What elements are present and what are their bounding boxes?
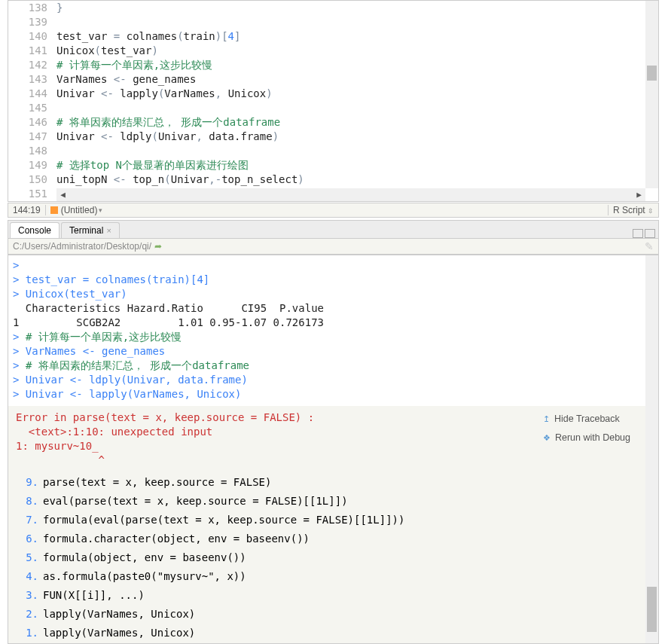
code-line[interactable]: test_var = colnames(train)[4] xyxy=(56,29,645,44)
line-number: 143 xyxy=(8,72,47,87)
maximize-pane-icon[interactable] xyxy=(645,229,655,238)
code-line[interactable]: # 计算每一个单因素,这步比较慢 xyxy=(56,58,645,72)
chevron-down-icon[interactable]: ▾ xyxy=(99,206,102,214)
file-type-icon xyxy=(50,206,58,214)
scroll-right-icon[interactable]: ▶ xyxy=(633,188,645,201)
vscroll-thumb[interactable] xyxy=(647,66,657,81)
console-output[interactable]: >> test_var = colnames(train)[4]> Unicox… xyxy=(8,255,645,643)
console-pane: >> test_var = colnames(train)[4]> Unicox… xyxy=(8,255,659,644)
vscroll-thumb[interactable] xyxy=(647,587,657,632)
console-line: > Univar <- lapply(VarNames, Unicox) xyxy=(13,387,641,401)
editor-vertical-scrollbar[interactable] xyxy=(645,1,658,188)
line-number: 142 xyxy=(8,58,47,72)
language-selector[interactable]: R Script ⇳ xyxy=(608,205,658,215)
console-line: > xyxy=(13,258,641,273)
traceback-frame[interactable]: 6.formula.character(object, env = baseen… xyxy=(16,532,638,551)
line-number: 144 xyxy=(8,87,47,101)
line-number: 138 xyxy=(8,1,47,15)
tab-terminal-label: Terminal xyxy=(69,225,103,236)
line-gutter: 1381391401411421431441451461471481491501… xyxy=(8,1,53,201)
line-number: 141 xyxy=(8,44,47,58)
working-directory-bar: C:/Users/Administrator/Desktop/qi/ ➦ ✎ xyxy=(8,238,659,255)
tab-console-label: Console xyxy=(18,225,51,236)
code-line[interactable] xyxy=(56,101,645,115)
line-number: 140 xyxy=(8,29,47,44)
line-number: 139 xyxy=(8,15,47,29)
line-number: 148 xyxy=(8,144,47,158)
code-line[interactable]: } xyxy=(56,1,645,15)
code-line[interactable]: Univar <- ldply(Univar, data.frame) xyxy=(56,130,645,144)
working-directory-path[interactable]: C:/Users/Administrator/Desktop/qi/ xyxy=(13,241,151,252)
hide-traceback-button[interactable]: ↥Hide Traceback xyxy=(543,412,630,426)
code-line[interactable] xyxy=(56,144,645,158)
line-number: 147 xyxy=(8,130,47,144)
hscroll-track[interactable] xyxy=(69,188,633,201)
code-line[interactable]: uni_topN <- top_n(Univar,-top_n_select) xyxy=(56,172,645,187)
console-line: Characteristics Hazard.Ratio CI95 P.valu… xyxy=(13,301,641,316)
minimize-pane-icon[interactable] xyxy=(633,229,643,238)
editor-horizontal-scrollbar[interactable]: ◀ ▶ xyxy=(56,188,645,201)
traceback-frame[interactable]: 2.lapply(VarNames, Unicox) xyxy=(16,607,638,626)
console-line: > Unicox(test_var) xyxy=(13,287,641,301)
editor-status-bar: 144:19 (Untitled) ▾ R Script ⇳ xyxy=(8,203,659,218)
console-vertical-scrollbar[interactable] xyxy=(645,255,658,643)
pane-window-controls xyxy=(633,229,658,238)
traceback-frame[interactable]: 5.formula(object, env = baseenv()) xyxy=(16,551,638,569)
code-line[interactable]: # 选择top N个最显著的单因素进行绘图 xyxy=(56,158,645,172)
rerun-with-debug-button[interactable]: ❖Rerun with Debug xyxy=(543,431,630,445)
traceback-frame[interactable]: 1.lapply(VarNames, Unicox) xyxy=(16,626,638,643)
go-to-directory-icon[interactable]: ➦ xyxy=(154,241,162,252)
cursor-position: 144:19 xyxy=(8,205,46,215)
code-line[interactable] xyxy=(56,15,645,29)
console-line: 1 SCGB2A2 1.01 0.95-1.07 0.726173 xyxy=(13,316,641,330)
close-icon[interactable]: × xyxy=(106,226,111,235)
console-line: > VarNames <- gene_names xyxy=(13,344,641,359)
tab-console[interactable]: Console xyxy=(10,222,59,238)
console-line: > # 将单因素的结果汇总， 形成一个dataframe xyxy=(13,359,641,373)
console-tab-bar: Console Terminal× xyxy=(8,220,659,238)
scroll-left-icon[interactable]: ◀ xyxy=(56,188,69,201)
code-line[interactable]: # 将单因素的结果汇总， 形成一个dataframe xyxy=(56,115,645,130)
code-line[interactable]: Univar <- lapply(VarNames, Unicox) xyxy=(56,87,645,101)
error-actions: ↥Hide Traceback❖Rerun with Debug xyxy=(543,412,630,450)
error-box: Error in parse(text = x, keep.source = F… xyxy=(8,406,645,643)
source-editor-pane: 1381391401411421431441451461471481491501… xyxy=(8,0,659,202)
console-line: > test_var = colnames(train)[4] xyxy=(13,273,641,287)
line-number: 150 xyxy=(8,172,47,187)
line-number: 146 xyxy=(8,115,47,130)
traceback-frame[interactable]: 7.formula(eval(parse(text = x, keep.sour… xyxy=(16,513,638,532)
traceback-list: 9.parse(text = x, keep.source = FALSE)8.… xyxy=(16,475,638,643)
code-area[interactable]: }test_var = colnames(train)[4]Unicox(tes… xyxy=(56,1,645,188)
console-line: > Univar <- ldply(Univar, data.frame) xyxy=(13,373,641,387)
code-line[interactable]: VarNames <- gene_names xyxy=(56,72,645,87)
line-number: 149 xyxy=(8,158,47,172)
traceback-frame[interactable]: 4.as.formula(paste0("mysurv~", x)) xyxy=(16,569,638,588)
error-line: ^ xyxy=(16,453,638,468)
traceback-frame[interactable]: 8.eval(parse(text = x, keep.source = FAL… xyxy=(16,494,638,513)
traceback-frame[interactable]: 3.FUN(X[[i]], ...) xyxy=(16,588,638,607)
clear-console-icon[interactable]: ✎ xyxy=(645,240,654,252)
file-title[interactable]: (Untitled) xyxy=(61,205,98,215)
line-number: 151 xyxy=(8,187,47,201)
line-number: 145 xyxy=(8,101,47,115)
tab-terminal[interactable]: Terminal× xyxy=(61,222,120,238)
console-line: > # 计算每一个单因素,这步比较慢 xyxy=(13,330,641,344)
code-line[interactable]: Unicox(test_var) xyxy=(56,44,645,58)
traceback-frame[interactable]: 9.parse(text = x, keep.source = FALSE) xyxy=(16,475,638,494)
